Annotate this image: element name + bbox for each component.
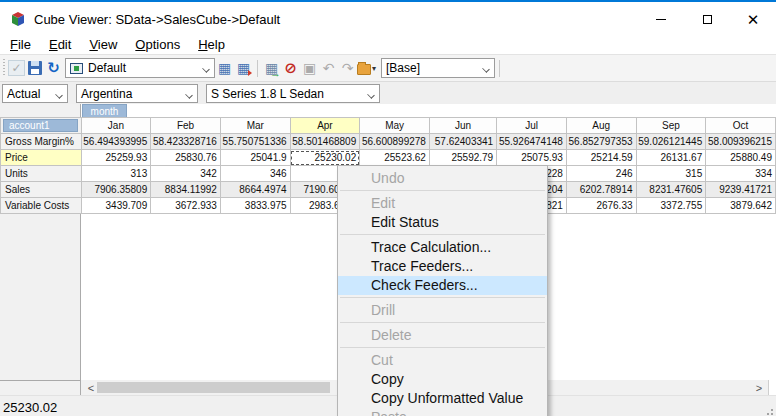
column-header-jun[interactable]: Jun xyxy=(429,118,496,134)
grid-cell[interactable]: 56.494393995 xyxy=(81,134,151,150)
toolbar-separator xyxy=(499,60,500,77)
grid-cell[interactable]: 342 xyxy=(151,166,221,182)
menu-edit[interactable]: Edit xyxy=(40,35,80,54)
grid-cell[interactable]: 57.62403341 xyxy=(429,134,496,150)
context-menu-item-edit: Edit xyxy=(338,194,547,213)
expand-grid-icon[interactable]: ▦ xyxy=(215,59,234,78)
context-menu-item-copy[interactable]: Copy xyxy=(338,370,547,389)
scroll-left-arrow[interactable]: < xyxy=(84,380,98,395)
window-title: Cube Viewer: SData->SalesCube->Default xyxy=(34,12,280,27)
grid-cell[interactable]: 8664.4974 xyxy=(220,182,290,198)
grid-cell[interactable]: 9239.41721 xyxy=(706,182,776,198)
column-header-jan[interactable]: Jan xyxy=(81,118,151,134)
context-menu-item-copy-unformatted-value[interactable]: Copy Unformatted Value xyxy=(338,389,547,408)
grid-cell[interactable]: 25041.9 xyxy=(220,150,290,166)
menu-bar: File Edit View Options Help xyxy=(0,34,776,54)
grid-cell[interactable]: 246 xyxy=(566,166,636,182)
menu-view[interactable]: View xyxy=(80,35,126,54)
region-dimension-select[interactable]: Argentina xyxy=(76,84,198,103)
region-dimension-value: Argentina xyxy=(81,87,132,101)
grid-cell[interactable]: 3439.709 xyxy=(81,198,151,214)
row-header-price[interactable]: Price xyxy=(1,150,82,166)
grid-cell[interactable]: 25214.59 xyxy=(566,150,636,166)
grid-cell[interactable]: 26131.67 xyxy=(636,150,706,166)
context-menu-item-trace-calculation[interactable]: Trace Calculation... xyxy=(338,238,547,257)
version-dimension-select[interactable]: Actual xyxy=(2,84,68,103)
grid-cell[interactable]: 58.009396215 xyxy=(706,134,776,150)
row-header-units[interactable]: Units xyxy=(1,166,82,182)
grid-cell[interactable]: 55.926474148 xyxy=(497,134,567,150)
selected-grid-cell[interactable]: 25230.02 xyxy=(290,150,360,166)
suppress-rows-icon[interactable]: ▦ xyxy=(262,59,281,78)
grid-cell[interactable]: 346 xyxy=(220,166,290,182)
grid-cell[interactable]: 25830.76 xyxy=(151,150,221,166)
menu-help[interactable]: Help xyxy=(189,35,234,54)
grid-cell[interactable]: 3672.933 xyxy=(151,198,221,214)
export-icon[interactable]: ▾ xyxy=(357,59,376,78)
context-menu-separator xyxy=(340,322,545,323)
column-header-feb[interactable]: Feb xyxy=(151,118,221,134)
grid-cell[interactable]: 7906.35809 xyxy=(81,182,151,198)
column-header-sep[interactable]: Sep xyxy=(636,118,706,134)
grid-cell[interactable]: 56.852797353 xyxy=(566,134,636,150)
menu-file[interactable]: File xyxy=(1,35,40,54)
selected-cell-value: 25230.02 xyxy=(0,400,57,415)
grid-cell[interactable]: 8834.11992 xyxy=(151,182,221,198)
column-header-jul[interactable]: Jul xyxy=(497,118,567,134)
resize-grip-icon[interactable] xyxy=(764,406,774,416)
scroll-right-arrow[interactable]: > xyxy=(752,380,766,395)
row-header-variable-costs[interactable]: Variable Costs xyxy=(1,198,82,214)
column-header-oct[interactable]: Oct xyxy=(706,118,776,134)
recalculate-icon[interactable]: ↻ xyxy=(44,59,63,78)
account-dimension-chip[interactable]: account1 xyxy=(3,119,78,132)
grid-cell[interactable]: 3372.755 xyxy=(636,198,706,214)
context-menu-separator xyxy=(340,347,545,348)
column-header-aug[interactable]: Aug xyxy=(566,118,636,134)
scrollbar-thumb[interactable] xyxy=(97,382,330,393)
grid-cell[interactable]: 58.423328716 xyxy=(151,134,221,150)
save-view-icon[interactable] xyxy=(25,59,44,78)
scrollbar-corner xyxy=(0,380,81,395)
grid-cell[interactable]: 8231.47605 xyxy=(636,182,706,198)
grid-cell[interactable]: 55.750751336 xyxy=(220,134,290,150)
grid-cell[interactable]: 313 xyxy=(81,166,151,182)
grid-cell[interactable]: 2676.33 xyxy=(566,198,636,214)
chevron-down-icon xyxy=(482,65,490,73)
folder-icon xyxy=(357,64,371,75)
column-header-mar[interactable]: Mar xyxy=(220,118,290,134)
grid-cell[interactable]: 56.600899278 xyxy=(360,134,430,150)
context-menu-item-check-feeders[interactable]: Check Feeders... xyxy=(338,276,547,295)
grid-cell[interactable]: 334 xyxy=(706,166,776,182)
grid-cell[interactable]: 58.501468809 xyxy=(290,134,360,150)
maximize-button[interactable] xyxy=(684,4,730,34)
base-select[interactable]: [Base] xyxy=(381,58,495,78)
model-dimension-select[interactable]: S Series 1.8 L Sedan xyxy=(206,84,380,103)
column-header-apr[interactable]: Apr xyxy=(290,118,360,134)
chevron-down-icon xyxy=(185,91,193,99)
grid-cell[interactable]: 6202.78914 xyxy=(566,182,636,198)
month-dimension-chip[interactable]: month xyxy=(82,104,127,118)
row-header-sales[interactable]: Sales xyxy=(1,182,82,198)
minimize-button[interactable] xyxy=(638,4,684,34)
menu-options[interactable]: Options xyxy=(126,35,189,54)
grid-cell[interactable]: 25259.93 xyxy=(81,150,151,166)
grid-cell[interactable]: 315 xyxy=(636,166,706,182)
suppress-zeroes-icon[interactable]: ⊘ xyxy=(281,59,300,78)
view-select[interactable]: Default xyxy=(65,58,215,78)
grid-cell[interactable]: 25523.62 xyxy=(360,150,430,166)
grid-cell[interactable]: 3833.975 xyxy=(220,198,290,214)
column-header-may[interactable]: May xyxy=(360,118,430,134)
context-menu-item-undo: Undo xyxy=(338,169,547,188)
grid-cell[interactable]: 25880.49 xyxy=(706,150,776,166)
grid-cell[interactable]: 25592.79 xyxy=(429,150,496,166)
grid-cell[interactable]: 3879.642 xyxy=(706,198,776,214)
grid-cell[interactable]: 59.026121445 xyxy=(636,134,706,150)
context-menu-item-edit-status[interactable]: Edit Status xyxy=(338,213,547,232)
edit-grid-icon[interactable]: ▦ xyxy=(234,59,253,78)
toolbar-grip[interactable] xyxy=(2,59,5,77)
column-header-row: account1 JanFebMarAprMayJunJulAugSepOct xyxy=(1,118,776,134)
close-button[interactable]: ✕ xyxy=(730,4,776,34)
grid-cell[interactable]: 25075.93 xyxy=(497,150,567,166)
row-header-gross-margin-[interactable]: Gross Margin% xyxy=(1,134,82,150)
context-menu-item-trace-feeders[interactable]: Trace Feeders... xyxy=(338,257,547,276)
